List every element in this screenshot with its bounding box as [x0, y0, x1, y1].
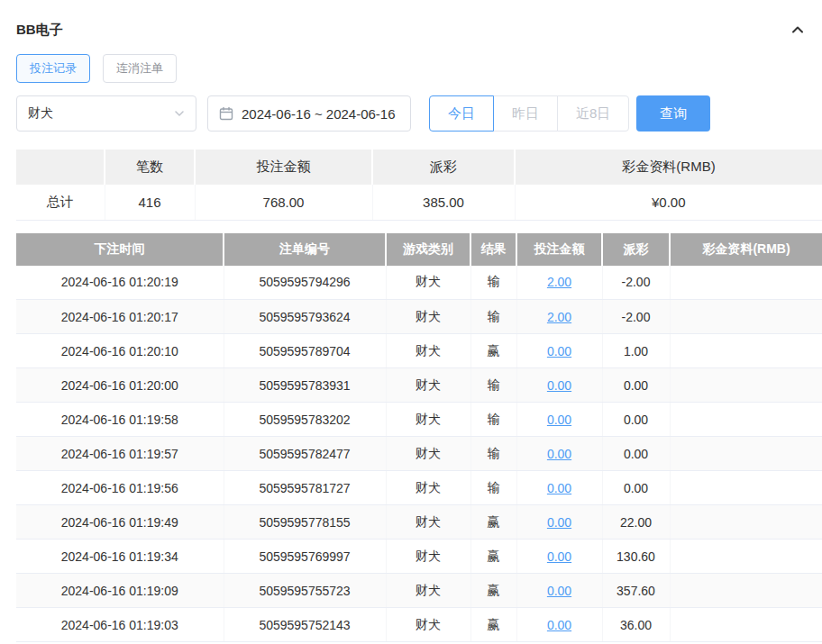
filter-bar: 财犬 2024-06-16 ~ 2024-06-16 今日 昨日 近8日 查询 — [0, 95, 822, 132]
date-range-picker[interactable]: 2024-06-16 ~ 2024-06-16 — [207, 95, 411, 132]
tab-cancelled-bets[interactable]: 连消注单 — [103, 54, 177, 83]
page-title: BB电子 — [16, 22, 63, 39]
cell-jackpot — [670, 403, 822, 437]
cell-bet-amount: 0.00 — [516, 471, 602, 505]
bet-amount-link[interactable]: 0.00 — [547, 481, 571, 495]
table-row: 2024-06-16 01:20:005059595783931财犬输0.000… — [16, 368, 822, 403]
cell-bet-id: 5059595752143 — [224, 608, 386, 642]
table-row: 2024-06-16 01:19:095059595755723财犬赢0.003… — [16, 574, 822, 608]
bet-amount-link[interactable]: 0.00 — [547, 515, 571, 530]
cell-bet-amount: 2.00 — [516, 266, 602, 300]
bet-amount-link[interactable]: 0.00 — [547, 584, 571, 598]
cell-bet-time: 2024-06-16 01:19:57 — [16, 437, 224, 471]
cell-bet-time: 2024-06-16 01:20:10 — [16, 334, 224, 368]
column-header-result: 结果 — [470, 233, 516, 266]
cell-payout: 0.00 — [602, 471, 670, 505]
column-header-payout: 派彩 — [602, 233, 670, 266]
column-header-jackpot: 彩金资料(RMB) — [670, 233, 822, 266]
cell-payout: 0.00 — [602, 437, 670, 471]
summary-header-row: 笔数 投注金额 派彩 彩金资料(RMB) — [16, 150, 822, 185]
cell-bet-id: 5059595755723 — [224, 574, 386, 608]
cell-game-type: 财犬 — [386, 608, 470, 642]
cell-bet-time: 2024-06-16 01:19:34 — [16, 540, 224, 574]
table-row: 2024-06-16 01:19:585059595783202财犬输0.000… — [16, 403, 822, 437]
cell-jackpot — [670, 368, 822, 403]
bet-amount-link[interactable]: 0.00 — [547, 618, 571, 632]
cell-bet-amount: 0.00 — [516, 540, 602, 574]
bet-amount-link[interactable]: 2.00 — [547, 310, 571, 324]
cell-result: 输 — [470, 403, 516, 437]
records-header-row: 下注时间 注单编号 游戏类别 结果 投注金额 派彩 彩金资料(RMB) — [16, 233, 822, 266]
bet-amount-link[interactable]: 0.00 — [547, 447, 571, 461]
cell-payout: 357.60 — [602, 574, 670, 608]
cell-bet-id: 5059595781727 — [224, 471, 386, 505]
cell-bet-id: 5059595793624 — [224, 300, 386, 334]
cell-result: 输 — [470, 266, 516, 300]
records-table: 下注时间 注单编号 游戏类别 结果 投注金额 派彩 彩金资料(RMB) 2024… — [16, 233, 822, 643]
quick-range-group: 今日 昨日 近8日 — [429, 95, 629, 132]
cell-bet-id: 5059595783202 — [224, 403, 386, 437]
bet-amount-link[interactable]: 0.00 — [547, 549, 571, 564]
cell-game-type: 财犬 — [386, 540, 470, 574]
table-row: 2024-06-16 01:19:035059595752143财犬赢0.003… — [16, 608, 822, 642]
collapse-panel-button[interactable] — [788, 20, 808, 40]
bet-amount-link[interactable]: 0.00 — [547, 378, 571, 393]
cell-result: 赢 — [470, 540, 516, 574]
summary-header-payout: 派彩 — [372, 150, 515, 185]
cell-bet-amount: 0.00 — [516, 574, 602, 608]
cell-payout: 1.00 — [602, 334, 670, 368]
cell-game-type: 财犬 — [386, 334, 470, 368]
quick-range-today[interactable]: 今日 — [429, 95, 494, 132]
cell-bet-time: 2024-06-16 01:19:09 — [16, 574, 224, 608]
search-button[interactable]: 查询 — [636, 95, 710, 132]
record-tabs: 投注记录 连消注单 — [0, 54, 822, 83]
quick-range-yesterday[interactable]: 昨日 — [493, 95, 558, 132]
cell-payout: -2.00 — [602, 266, 670, 300]
calendar-icon — [219, 106, 233, 121]
cell-result: 输 — [470, 437, 516, 471]
cell-bet-time: 2024-06-16 01:20:00 — [16, 368, 224, 403]
cell-game-type: 财犬 — [386, 437, 470, 471]
cell-bet-time: 2024-06-16 01:19:56 — [16, 471, 224, 505]
cell-payout: 130.60 — [602, 540, 670, 574]
summary-header-bet-amount: 投注金额 — [195, 150, 372, 185]
bet-amount-link[interactable]: 0.00 — [547, 344, 571, 358]
cell-game-type: 财犬 — [386, 403, 470, 437]
cell-game-type: 财犬 — [386, 266, 470, 300]
game-select[interactable]: 财犬 — [16, 95, 196, 132]
cell-result: 赢 — [470, 574, 516, 608]
cell-game-type: 财犬 — [386, 505, 470, 540]
table-row: 2024-06-16 01:19:565059595781727财犬输0.000… — [16, 471, 822, 505]
date-range-value: 2024-06-16 ~ 2024-06-16 — [242, 106, 396, 122]
panel-header: BB电子 — [0, 0, 822, 40]
column-header-bet-time: 下注时间 — [16, 233, 224, 266]
table-row: 2024-06-16 01:20:105059595789704财犬赢0.001… — [16, 334, 822, 368]
summary-header-empty — [16, 150, 105, 185]
cell-game-type: 财犬 — [386, 300, 470, 334]
cell-game-type: 财犬 — [386, 574, 470, 608]
cell-bet-time: 2024-06-16 01:19:03 — [16, 608, 224, 642]
summary-total-row: 总计 416 768.00 385.00 ¥0.00 — [16, 185, 822, 220]
column-header-bet-amount: 投注金额 — [516, 233, 602, 266]
cell-bet-time: 2024-06-16 01:20:17 — [16, 300, 224, 334]
cell-jackpot — [670, 505, 822, 540]
cell-jackpot — [670, 300, 822, 334]
cell-bet-amount: 0.00 — [516, 437, 602, 471]
quick-range-last8days[interactable]: 近8日 — [557, 95, 629, 132]
bet-records-panel: BB电子 投注记录 连消注单 财犬 2024-06-16 ~ 2024-06-1… — [0, 0, 822, 644]
cell-bet-id: 5059595778155 — [224, 505, 386, 540]
tab-bet-records[interactable]: 投注记录 — [16, 54, 90, 83]
cell-result: 输 — [470, 368, 516, 403]
cell-payout: 22.00 — [602, 505, 670, 540]
cell-jackpot — [670, 266, 822, 300]
bet-amount-link[interactable]: 0.00 — [547, 413, 571, 427]
cell-bet-id: 5059595769997 — [224, 540, 386, 574]
bet-amount-link[interactable]: 2.00 — [547, 275, 571, 289]
summary-payout-value: 385.00 — [372, 185, 515, 220]
cell-result: 输 — [470, 300, 516, 334]
cell-payout: -2.00 — [602, 300, 670, 334]
cell-bet-amount: 0.00 — [516, 368, 602, 403]
summary-bet-amount-value: 768.00 — [195, 185, 372, 220]
cell-result: 赢 — [470, 334, 516, 368]
cell-bet-id: 5059595783931 — [224, 368, 386, 403]
